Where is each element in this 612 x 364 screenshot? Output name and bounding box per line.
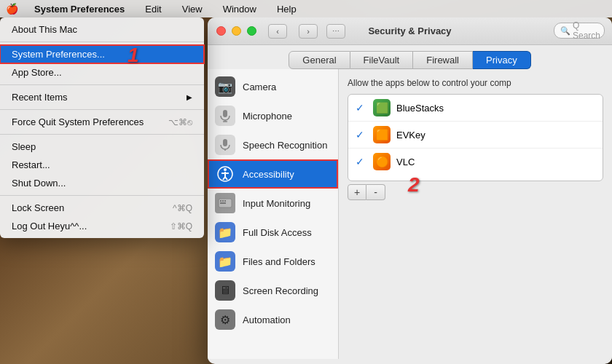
menu-force-quit[interactable]: Force Quit System Preferences ⌥⌘⎋ [0, 113, 204, 131]
apple-dropdown: About This Mac System Preferences... App… [0, 17, 204, 238]
sidebar-label-camera: Camera [243, 82, 276, 92]
svg-rect-0 [223, 110, 227, 117]
svg-rect-12 [220, 200, 221, 202]
apple-menu[interactable]: 🍎 [6, 3, 18, 15]
sidebar-item-input-monitoring[interactable]: Input Monitoring [208, 189, 338, 218]
tab-privacy[interactable]: Privacy [473, 51, 531, 69]
automation-icon: ⚙ [215, 309, 235, 330]
accessibility-icon [215, 164, 235, 184]
tab-general[interactable]: General [289, 51, 350, 69]
back-button[interactable]: ‹ [268, 24, 287, 39]
vlc-name: VLC [396, 157, 415, 167]
menu-sleep[interactable]: Sleep [0, 138, 204, 156]
bluestacks-check[interactable]: ✓ [356, 102, 367, 114]
right-panel: Allow the apps below to control your com… [339, 69, 612, 359]
search-box[interactable]: 🔍 Q Search [554, 23, 605, 39]
vlc-check[interactable]: ✓ [356, 156, 367, 167]
menu-recent-items[interactable]: Recent Items ▶ [0, 88, 204, 106]
sidebar-label-speech: Speech Recognition [243, 140, 327, 151]
sidebar-label-input-monitoring: Input Monitoring [243, 198, 310, 209]
speech-icon [215, 135, 235, 155]
sidebar-label-microphone: Microphone [243, 111, 292, 122]
microphone-icon [215, 106, 235, 126]
evkey-check[interactable]: ✓ [356, 129, 367, 141]
sidebar-item-screen-recording[interactable]: 🖥 Screen Recording [208, 276, 338, 305]
step-1-label: 1 [128, 44, 139, 67]
tab-filevault[interactable]: FileVault [350, 51, 414, 69]
menu-app-store[interactable]: App Store... [0, 63, 204, 82]
sidebar-label-full-disk: Full Disk Access [243, 227, 312, 238]
search-icon: 🔍 [560, 26, 570, 36]
svg-rect-13 [222, 200, 224, 202]
menu-about-mac[interactable]: About This Mac [0, 20, 204, 39]
tab-firewall[interactable]: Firewall [413, 51, 473, 69]
window-titlebar: ‹ › ⋯ Security & Privacy 🔍 Q Search [208, 17, 612, 45]
sidebar-label-screen-recording: Screen Recording [243, 285, 318, 296]
privacy-sidebar: 📷 Camera Microphone Speech Recognition [208, 69, 339, 359]
svg-rect-15 [220, 202, 226, 204]
app-name-menu[interactable]: System Preferences [30, 4, 129, 15]
sidebar-label-files-folders: Files and Folders [243, 256, 315, 267]
screen-recording-icon: 🖥 [215, 280, 235, 301]
close-button[interactable] [216, 26, 226, 36]
tab-bar: General FileVault Firewall Privacy [208, 45, 612, 69]
step-2-label: 2 [408, 173, 420, 197]
divider2 [0, 84, 204, 85]
evkey-icon: 🟧 [373, 126, 391, 143]
window-title: Security & Privacy [368, 25, 451, 36]
app-row-bluestacks[interactable]: ✓ 🟩 BlueStacks [348, 95, 603, 122]
vlc-icon: 🟠 [373, 153, 391, 170]
search-placeholder: Q Search [573, 20, 600, 41]
svg-rect-3 [223, 139, 227, 146]
allow-label: Allow the apps below to control your com… [348, 78, 603, 88]
sidebar-label-accessibility: Accessibility [243, 169, 294, 180]
list-controls: + - [348, 184, 603, 200]
menubar: 🍎 System Preferences Edit View Window He… [0, 0, 612, 17]
forward-button[interactable]: › [299, 24, 318, 39]
add-app-button[interactable]: + [348, 184, 366, 200]
desktop: 🍎 System Preferences Edit View Window He… [0, 0, 612, 364]
grid-button[interactable]: ⋯ [326, 24, 345, 39]
divider3 [0, 109, 204, 110]
sidebar-item-files-folders[interactable]: 📁 Files and Folders [208, 247, 338, 276]
menu-view[interactable]: View [178, 4, 207, 15]
evkey-name: EVKey [396, 130, 425, 141]
sidebar-item-full-disk[interactable]: 📁 Full Disk Access [208, 218, 338, 247]
app-row-vlc[interactable]: ✓ 🟠 VLC [348, 149, 603, 175]
camera-icon: 📷 [215, 76, 235, 97]
app-row-evkey[interactable]: ✓ 🟧 EVKey [348, 122, 603, 149]
menu-system-preferences[interactable]: System Preferences... [0, 45, 204, 63]
menu-restart[interactable]: Restart... [0, 156, 204, 174]
sidebar-item-speech[interactable]: Speech Recognition [208, 130, 338, 159]
full-disk-icon: 📁 [215, 222, 235, 242]
apps-list: ✓ 🟩 BlueStacks ✓ 🟧 EVKey ✓ 🟠 VLC [348, 94, 603, 181]
menu-shutdown[interactable]: Shut Down... [0, 174, 204, 192]
bluestacks-name: BlueStacks [396, 103, 444, 114]
divider [0, 41, 204, 42]
bluestacks-icon: 🟩 [373, 99, 391, 116]
divider5 [0, 195, 204, 196]
files-folders-icon: 📁 [215, 251, 235, 272]
menu-help[interactable]: Help [272, 4, 301, 15]
maximize-button[interactable] [247, 26, 256, 36]
svg-point-6 [224, 168, 227, 171]
svg-rect-14 [224, 200, 226, 202]
menu-lock-screen[interactable]: Lock Screen ^⌘Q [0, 199, 204, 217]
minimize-button[interactable] [232, 26, 241, 36]
divider4 [0, 134, 204, 135]
sidebar-item-accessibility[interactable]: Accessibility [208, 159, 338, 189]
sidebar-label-automation: Automation [243, 314, 291, 325]
input-monitoring-icon [215, 193, 235, 213]
sidebar-item-camera[interactable]: 📷 Camera [208, 72, 338, 101]
sidebar-item-automation[interactable]: ⚙ Automation [208, 305, 338, 334]
menu-window[interactable]: Window [219, 4, 261, 15]
window-content: 📷 Camera Microphone Speech Recognition [208, 69, 612, 359]
sidebar-item-microphone[interactable]: Microphone [208, 101, 338, 130]
menu-edit[interactable]: Edit [141, 4, 165, 15]
remove-app-button[interactable]: - [366, 184, 385, 200]
menu-logout[interactable]: Log Out Heyu^^... ⇧⌘Q [0, 217, 204, 235]
